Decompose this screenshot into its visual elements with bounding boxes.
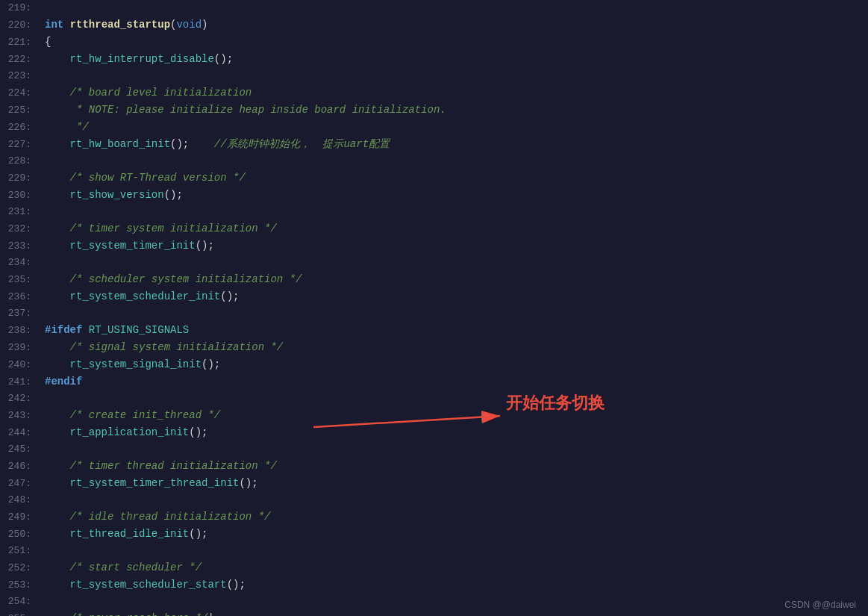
line-content: rt_system_scheduler_init(); (39, 288, 239, 305)
line-number: 247: (0, 476, 39, 492)
code-line: 250: rt_thread_idle_init(); (0, 526, 868, 543)
line-content: /* timer system initialization */ (39, 220, 277, 237)
code-line: 236: rt_system_scheduler_init(); (0, 288, 868, 305)
line-number: 220: (0, 17, 39, 34)
line-number: 248: (0, 492, 39, 508)
code-line: 251: (0, 543, 868, 559)
code-line: 248: (0, 492, 868, 508)
line-content: /* show RT-Thread version */ (39, 169, 246, 186)
code-line: 249: /* idle thread initialization */ (0, 508, 868, 526)
line-content: rt_system_signal_init(); (39, 356, 220, 373)
code-line: 220:int rtthread_startup(void) (0, 16, 868, 34)
code-line: 219: (0, 0, 868, 16)
line-content: /* start scheduler */ (39, 559, 202, 576)
line-content: /* create init_thread */ (39, 407, 220, 423)
annotation-text: 开始任务切换 (506, 392, 605, 414)
code-line: 237: (0, 305, 868, 322)
code-line: 232: /* timer system initialization */ (0, 220, 868, 237)
line-number: 231: (0, 204, 39, 220)
code-editor: 219:220:int rtthread_startup(void)221:{2… (0, 0, 868, 616)
line-number: 226: (0, 119, 39, 136)
code-line: 243: /* create init_thread */ (0, 407, 868, 424)
code-line: 223: (0, 68, 868, 84)
line-content: * NOTE: please initialize heap inside bo… (39, 102, 446, 118)
line-number: 223: (0, 68, 39, 84)
code-line: 239: /* signal system initialization */ (0, 339, 868, 356)
line-number: 240: (0, 357, 39, 373)
code-line: 226: */ (0, 119, 868, 136)
code-line: 221:{ (0, 34, 868, 51)
line-number: 243: (0, 408, 39, 424)
line-number: 224: (0, 85, 39, 102)
line-number: 237: (0, 305, 39, 322)
line-number: 229: (0, 170, 39, 187)
code-line: 230: rt_show_version(); (0, 187, 868, 204)
line-number: 241: (0, 374, 39, 391)
line-number: 252: (0, 560, 39, 576)
line-number: 236: (0, 289, 39, 305)
line-number: 233: (0, 238, 39, 255)
code-line: 247: rt_system_timer_thread_init(); (0, 475, 868, 492)
line-number: 239: (0, 340, 39, 356)
line-content: /* scheduler system initialization */ (39, 271, 302, 287)
line-number: 254: (0, 594, 39, 610)
line-number: 235: (0, 272, 39, 288)
code-line: 253: rt_system_scheduler_start(); (0, 576, 868, 594)
code-line: 228: (0, 153, 868, 169)
line-number: 244: (0, 425, 39, 441)
line-number: 234: (0, 255, 39, 271)
code-line: 229: /* show RT-Thread version */ (0, 169, 868, 187)
line-content: int rtthread_startup(void) (39, 16, 207, 33)
line-content: /* board level initialization (39, 84, 252, 101)
code-line: 231: (0, 204, 868, 220)
line-content: rt_system_scheduler_start(); (39, 576, 246, 593)
code-line: 234: (0, 255, 868, 271)
code-line: 240: rt_system_signal_init(); (0, 356, 868, 373)
line-content: { (39, 34, 51, 50)
line-content: /* idle thread initialization */ (39, 508, 270, 525)
line-number: 250: (0, 526, 39, 543)
code-line: 246: /* timer thread initialization */ (0, 458, 868, 475)
code-line: 242: (0, 391, 868, 407)
code-line: 255: /* never reach here */| (0, 610, 868, 616)
line-number: 219: (0, 0, 39, 16)
line-content: rt_hw_board_init(); //系统时钟初始化， 提示uart配置 (39, 136, 390, 152)
line-content: rt_thread_idle_init(); (39, 526, 207, 542)
line-number: 238: (0, 323, 39, 339)
line-number: 242: (0, 391, 39, 407)
code-line: 227: rt_hw_board_init(); //系统时钟初始化， 提示ua… (0, 136, 868, 153)
line-number: 255: (0, 611, 39, 616)
code-line: 235: /* scheduler system initialization … (0, 271, 868, 288)
code-container: 219:220:int rtthread_startup(void)221:{2… (0, 0, 868, 616)
line-number: 230: (0, 187, 39, 204)
line-number: 253: (0, 577, 39, 594)
code-line: 254: (0, 594, 868, 610)
line-content: */ (39, 119, 89, 135)
line-content: rt_application_init(); (39, 424, 207, 441)
code-line: 225: * NOTE: please initialize heap insi… (0, 102, 868, 119)
line-content: /* never reach here */| (39, 610, 214, 616)
line-number: 221: (0, 34, 39, 51)
line-number: 227: (0, 137, 39, 153)
code-line: 238:#ifdef RT_USING_SIGNALS (0, 322, 868, 339)
line-content: /* timer thread initialization */ (39, 458, 277, 474)
line-number: 245: (0, 441, 39, 458)
line-content: #endif (39, 373, 82, 390)
line-content: rt_system_timer_thread_init(); (39, 475, 258, 491)
line-number: 251: (0, 543, 39, 559)
line-content: #ifdef RT_USING_SIGNALS (39, 322, 189, 338)
watermark: CSDN @@daiwei (784, 600, 856, 610)
code-line: 222: rt_hw_interrupt_disable(); (0, 51, 868, 68)
code-line: 224: /* board level initialization (0, 84, 868, 102)
code-line: 233: rt_system_timer_init(); (0, 237, 868, 255)
line-number: 249: (0, 509, 39, 526)
code-line: 244: rt_application_init(); (0, 424, 868, 441)
line-number: 222: (0, 52, 39, 68)
line-number: 225: (0, 102, 39, 119)
line-content: /* signal system initialization */ (39, 339, 283, 355)
line-content: rt_show_version(); (39, 187, 183, 203)
code-line: 241:#endif (0, 373, 868, 391)
code-line: 252: /* start scheduler */ (0, 559, 868, 576)
line-content: rt_hw_interrupt_disable(); (39, 51, 233, 67)
line-number: 232: (0, 221, 39, 237)
